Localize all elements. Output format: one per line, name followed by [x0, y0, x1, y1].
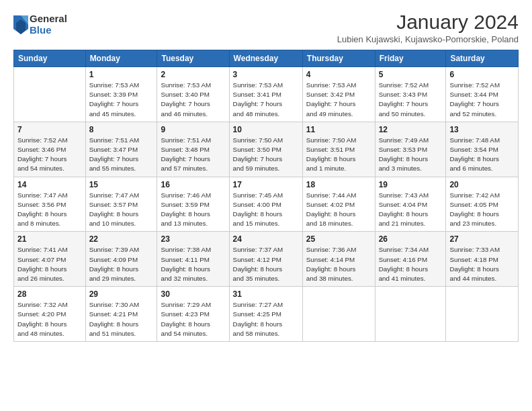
- cell-w0d1: 1Sunrise: 7:53 AM Sunset: 3:39 PM Daylig…: [85, 67, 157, 122]
- title-block: January 2024 Lubien Kujawski, Kujawsko-P…: [337, 11, 519, 44]
- week-row-3: 21Sunrise: 7:41 AM Sunset: 4:07 PM Dayli…: [14, 232, 519, 287]
- page: General Blue January 2024 Lubien Kujawsk…: [0, 0, 532, 350]
- day-info: Sunrise: 7:48 AM Sunset: 3:54 PM Dayligh…: [449, 136, 515, 174]
- cell-w0d2: 2Sunrise: 7:53 AM Sunset: 3:40 PM Daylig…: [157, 67, 229, 122]
- week-row-2: 14Sunrise: 7:47 AM Sunset: 3:56 PM Dayli…: [14, 177, 519, 232]
- day-number: 16: [161, 180, 225, 189]
- day-number: 22: [89, 234, 154, 244]
- day-number: 21: [17, 234, 82, 244]
- cell-w1d0: 7Sunrise: 7:52 AM Sunset: 3:46 PM Daylig…: [14, 122, 86, 177]
- cell-w2d1: 15Sunrise: 7:47 AM Sunset: 3:57 PM Dayli…: [85, 177, 157, 232]
- logo-icon: [13, 15, 28, 34]
- cell-w0d5: 5Sunrise: 7:52 AM Sunset: 3:43 PM Daylig…: [375, 67, 446, 122]
- day-info: Sunrise: 7:47 AM Sunset: 3:56 PM Dayligh…: [17, 191, 82, 229]
- cell-w1d1: 8Sunrise: 7:51 AM Sunset: 3:47 PM Daylig…: [85, 122, 157, 177]
- cell-w1d5: 12Sunrise: 7:49 AM Sunset: 3:53 PM Dayli…: [375, 122, 446, 177]
- day-number: 4: [306, 70, 371, 79]
- week-row-0: 1Sunrise: 7:53 AM Sunset: 3:39 PM Daylig…: [14, 67, 519, 122]
- cell-w3d4: 25Sunrise: 7:36 AM Sunset: 4:14 PM Dayli…: [302, 232, 375, 287]
- day-info: Sunrise: 7:53 AM Sunset: 3:41 PM Dayligh…: [233, 81, 299, 119]
- cell-w3d5: 26Sunrise: 7:34 AM Sunset: 4:16 PM Dayli…: [375, 232, 446, 287]
- day-info: Sunrise: 7:46 AM Sunset: 3:59 PM Dayligh…: [161, 191, 225, 229]
- cell-w3d0: 21Sunrise: 7:41 AM Sunset: 4:07 PM Dayli…: [14, 232, 86, 287]
- day-info: Sunrise: 7:47 AM Sunset: 3:57 PM Dayligh…: [89, 191, 154, 229]
- day-number: 17: [233, 180, 299, 189]
- day-number: 29: [89, 289, 154, 299]
- day-number: 11: [306, 125, 371, 134]
- day-number: 9: [161, 125, 225, 134]
- col-tuesday: Tuesday: [157, 50, 229, 67]
- cell-w4d6: [446, 287, 519, 342]
- cell-w2d5: 19Sunrise: 7:43 AM Sunset: 4:04 PM Dayli…: [375, 177, 446, 232]
- day-info: Sunrise: 7:51 AM Sunset: 3:48 PM Dayligh…: [161, 136, 225, 174]
- day-info: Sunrise: 7:52 AM Sunset: 3:43 PM Dayligh…: [379, 81, 443, 119]
- col-wednesday: Wednesday: [229, 50, 302, 67]
- day-info: Sunrise: 7:52 AM Sunset: 3:46 PM Dayligh…: [17, 136, 82, 174]
- day-number: 30: [161, 289, 225, 299]
- cell-w3d1: 22Sunrise: 7:39 AM Sunset: 4:09 PM Dayli…: [85, 232, 157, 287]
- cell-w1d3: 10Sunrise: 7:50 AM Sunset: 3:50 PM Dayli…: [229, 122, 302, 177]
- day-info: Sunrise: 7:52 AM Sunset: 3:44 PM Dayligh…: [449, 81, 515, 119]
- day-number: 10: [233, 125, 299, 134]
- day-info: Sunrise: 7:41 AM Sunset: 4:07 PM Dayligh…: [17, 245, 82, 283]
- cell-w3d3: 24Sunrise: 7:37 AM Sunset: 4:12 PM Dayli…: [229, 232, 302, 287]
- day-info: Sunrise: 7:33 AM Sunset: 4:18 PM Dayligh…: [449, 245, 515, 283]
- day-info: Sunrise: 7:51 AM Sunset: 3:47 PM Dayligh…: [89, 136, 154, 174]
- day-number: 12: [379, 125, 443, 134]
- cell-w0d0: [14, 67, 86, 122]
- day-info: Sunrise: 7:50 AM Sunset: 3:51 PM Dayligh…: [306, 136, 371, 174]
- cell-w1d2: 9Sunrise: 7:51 AM Sunset: 3:48 PM Daylig…: [157, 122, 229, 177]
- cell-w1d4: 11Sunrise: 7:50 AM Sunset: 3:51 PM Dayli…: [302, 122, 375, 177]
- day-number: 25: [306, 234, 371, 244]
- cell-w2d4: 18Sunrise: 7:44 AM Sunset: 4:02 PM Dayli…: [302, 177, 375, 232]
- day-info: Sunrise: 7:32 AM Sunset: 4:20 PM Dayligh…: [17, 300, 82, 338]
- day-info: Sunrise: 7:43 AM Sunset: 4:04 PM Dayligh…: [379, 191, 443, 229]
- day-info: Sunrise: 7:42 AM Sunset: 4:05 PM Dayligh…: [449, 191, 515, 229]
- day-number: 8: [89, 125, 154, 134]
- logo-text: General Blue: [30, 13, 67, 36]
- day-info: Sunrise: 7:37 AM Sunset: 4:12 PM Dayligh…: [233, 245, 299, 283]
- header-row: Sunday Monday Tuesday Wednesday Thursday…: [14, 50, 519, 67]
- calendar-table: Sunday Monday Tuesday Wednesday Thursday…: [13, 50, 519, 342]
- day-number: 27: [449, 234, 515, 244]
- day-info: Sunrise: 7:45 AM Sunset: 4:00 PM Dayligh…: [233, 191, 299, 229]
- day-number: 20: [449, 180, 515, 189]
- day-number: 18: [306, 180, 371, 189]
- week-row-4: 28Sunrise: 7:32 AM Sunset: 4:20 PM Dayli…: [14, 287, 519, 342]
- day-number: 5: [379, 70, 443, 79]
- day-info: Sunrise: 7:50 AM Sunset: 3:50 PM Dayligh…: [233, 136, 299, 174]
- cell-w2d0: 14Sunrise: 7:47 AM Sunset: 3:56 PM Dayli…: [14, 177, 86, 232]
- location-title: Lubien Kujawski, Kujawsko-Pomorskie, Pol…: [337, 34, 519, 44]
- col-thursday: Thursday: [302, 50, 375, 67]
- day-info: Sunrise: 7:27 AM Sunset: 4:25 PM Dayligh…: [233, 300, 299, 338]
- cell-w4d1: 29Sunrise: 7:30 AM Sunset: 4:21 PM Dayli…: [85, 287, 157, 342]
- header: General Blue January 2024 Lubien Kujawsk…: [13, 11, 519, 44]
- day-info: Sunrise: 7:29 AM Sunset: 4:23 PM Dayligh…: [161, 300, 225, 338]
- logo-general: General: [30, 13, 67, 25]
- day-info: Sunrise: 7:53 AM Sunset: 3:42 PM Dayligh…: [306, 81, 371, 119]
- cell-w4d4: [302, 287, 375, 342]
- logo-blue: Blue: [30, 25, 67, 36]
- cell-w3d2: 23Sunrise: 7:38 AM Sunset: 4:11 PM Dayli…: [157, 232, 229, 287]
- cell-w2d2: 16Sunrise: 7:46 AM Sunset: 3:59 PM Dayli…: [157, 177, 229, 232]
- day-info: Sunrise: 7:38 AM Sunset: 4:11 PM Dayligh…: [161, 245, 225, 283]
- col-monday: Monday: [85, 50, 157, 67]
- day-info: Sunrise: 7:44 AM Sunset: 4:02 PM Dayligh…: [306, 191, 371, 229]
- day-number: 15: [89, 180, 154, 189]
- cell-w0d4: 4Sunrise: 7:53 AM Sunset: 3:42 PM Daylig…: [302, 67, 375, 122]
- cell-w4d3: 31Sunrise: 7:27 AM Sunset: 4:25 PM Dayli…: [229, 287, 302, 342]
- cell-w4d0: 28Sunrise: 7:32 AM Sunset: 4:20 PM Dayli…: [14, 287, 86, 342]
- day-number: 28: [17, 289, 82, 299]
- day-number: 2: [161, 70, 225, 79]
- cell-w2d6: 20Sunrise: 7:42 AM Sunset: 4:05 PM Dayli…: [446, 177, 519, 232]
- day-info: Sunrise: 7:30 AM Sunset: 4:21 PM Dayligh…: [89, 300, 154, 338]
- day-number: 23: [161, 234, 225, 244]
- day-number: 13: [449, 125, 515, 134]
- week-row-1: 7Sunrise: 7:52 AM Sunset: 3:46 PM Daylig…: [14, 122, 519, 177]
- day-number: 14: [17, 180, 82, 189]
- day-info: Sunrise: 7:36 AM Sunset: 4:14 PM Dayligh…: [306, 245, 371, 283]
- cell-w1d6: 13Sunrise: 7:48 AM Sunset: 3:54 PM Dayli…: [446, 122, 519, 177]
- day-number: 7: [17, 125, 82, 134]
- day-number: 3: [233, 70, 299, 79]
- month-title: January 2024: [337, 11, 519, 33]
